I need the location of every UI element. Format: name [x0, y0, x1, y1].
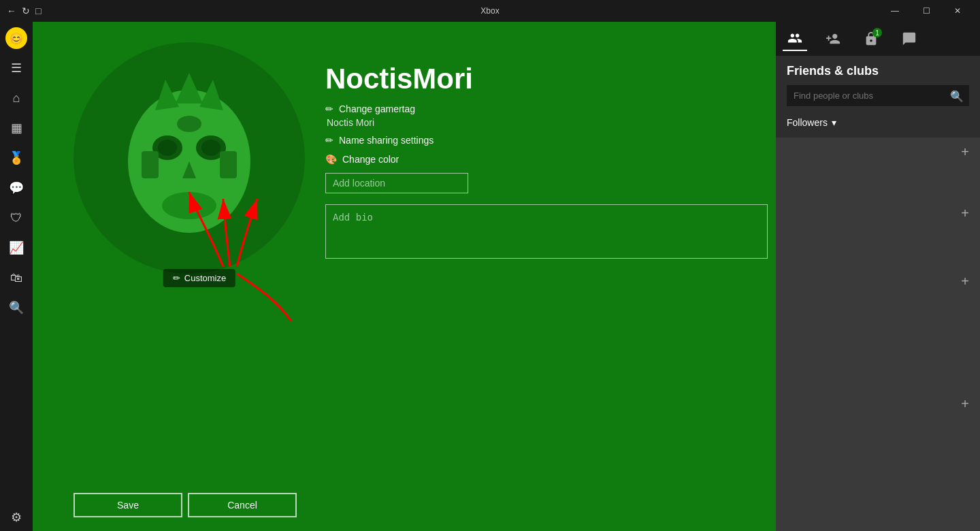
- messages-icon: 💬: [9, 180, 24, 195]
- avatar-emoji: 😊: [10, 32, 23, 45]
- followers-chevron-icon: ▾: [832, 117, 836, 128]
- profile-display-name: Noctis Mori: [325, 117, 776, 128]
- add-button-3[interactable]: +: [961, 274, 969, 289]
- customize-label: Customize: [184, 273, 226, 283]
- titlebar: ← ↻ □ Xbox — ☐ ✕: [0, 0, 980, 22]
- followers-header[interactable]: Followers ▾: [787, 113, 969, 132]
- customize-button[interactable]: ✏ Customize: [163, 269, 235, 287]
- add-button-2[interactable]: +: [961, 206, 969, 221]
- tab-notifications[interactable]: 1: [859, 27, 883, 51]
- avatar-svg: [87, 56, 291, 260]
- profile-info: NoctisMori ✏ Change gamertag Noctis Mori…: [325, 63, 776, 261]
- bottom-buttons: Save Cancel: [74, 493, 297, 517]
- sidebar-item-library[interactable]: ▦: [3, 114, 30, 142]
- right-panel-header: Friends & clubs 🔍 Followers ▾: [776, 56, 980, 138]
- tab-add-friend[interactable]: [821, 27, 845, 51]
- maximize-button[interactable]: ☐: [911, 0, 942, 22]
- sidebar-item-store[interactable]: 🛍: [3, 264, 30, 291]
- followers-content: + + + +: [776, 138, 980, 531]
- app-container: 😊 ☰ ⌂ ▦ 🏅 💬 🛡 📈 🛍 🔍 ⚙: [0, 22, 980, 531]
- search-icon-button[interactable]: 🔍: [950, 89, 964, 102]
- home-icon: ⌂: [13, 91, 20, 106]
- avatar-circle: [74, 42, 305, 274]
- color-icon: 🎨: [325, 154, 337, 165]
- menu-icon: ☰: [11, 61, 22, 76]
- svg-point-10: [162, 192, 216, 219]
- back-icon[interactable]: ←: [7, 5, 16, 16]
- right-panel-title: Friends & clubs: [787, 64, 969, 78]
- profile-gamertag: NoctisMori: [325, 63, 776, 95]
- right-panel-tabs: 1: [776, 22, 980, 56]
- cancel-button[interactable]: Cancel: [188, 493, 297, 517]
- sidebar-item-messages[interactable]: 💬: [3, 174, 30, 202]
- change-color-label: Change color: [342, 154, 399, 165]
- add-button-4[interactable]: +: [961, 396, 969, 412]
- bio-input[interactable]: [325, 204, 768, 259]
- titlebar-left: ← ↻ □: [7, 5, 41, 16]
- search-input[interactable]: [787, 85, 969, 106]
- sidebar-item-achievements[interactable]: 🏅: [3, 144, 30, 172]
- change-gamertag-link[interactable]: ✏ Change gamertag: [325, 103, 776, 114]
- window-title: Xbox: [480, 6, 499, 16]
- name-sharing-label: Name sharing settings: [339, 135, 434, 146]
- avatar[interactable]: 😊: [5, 27, 27, 49]
- sidebar-item-trending[interactable]: 📈: [3, 234, 30, 261]
- main-content: ✏ Customize Noct: [33, 22, 776, 531]
- change-gamertag-pencil-icon: ✏: [325, 103, 333, 114]
- location-input[interactable]: [325, 173, 468, 193]
- achievements-icon: 🏅: [9, 150, 24, 165]
- screenshot-icon[interactable]: □: [35, 5, 41, 16]
- save-button[interactable]: Save: [74, 493, 182, 517]
- customize-pencil-icon: ✏: [173, 273, 180, 283]
- name-sharing-link[interactable]: ✏ Name sharing settings: [325, 135, 776, 146]
- avatar-area: ✏ Customize: [74, 42, 325, 376]
- sidebar-item-home[interactable]: ⌂: [3, 84, 30, 112]
- sidebar-item-menu[interactable]: ☰: [3, 54, 30, 82]
- sidebar: 😊 ☰ ⌂ ▦ 🏅 💬 🛡 📈 🛍 🔍 ⚙: [0, 22, 33, 531]
- window-controls: — ☐ ✕: [879, 0, 973, 22]
- followers-label: Followers: [787, 117, 828, 128]
- name-sharing-icon: ✏: [325, 135, 333, 146]
- settings-icon: ⚙: [11, 510, 22, 525]
- change-gamertag-label: Change gamertag: [339, 103, 415, 114]
- refresh-icon[interactable]: ↻: [22, 5, 30, 16]
- shield-icon: 🛡: [10, 211, 22, 225]
- right-panel: 1 Friends & clubs 🔍 Followers ▾ + +: [776, 22, 980, 531]
- library-icon: ▦: [11, 120, 22, 135]
- search-container: 🔍: [787, 85, 969, 106]
- add-button-1[interactable]: +: [961, 144, 969, 160]
- sidebar-item-settings[interactable]: ⚙: [3, 504, 30, 531]
- sidebar-item-family[interactable]: 🛡: [3, 204, 30, 231]
- search-icon: 🔍: [9, 300, 24, 315]
- svg-point-13: [177, 116, 201, 132]
- svg-rect-12: [220, 151, 237, 178]
- trending-icon: 📈: [9, 240, 24, 255]
- minimize-button[interactable]: —: [879, 0, 911, 22]
- store-icon: 🛍: [10, 271, 22, 285]
- notification-badge: 1: [872, 28, 882, 37]
- change-color-link[interactable]: 🎨 Change color: [325, 154, 776, 165]
- svg-rect-11: [142, 151, 159, 178]
- tab-friends[interactable]: [783, 27, 807, 51]
- tab-chat[interactable]: [897, 27, 921, 51]
- sidebar-item-search[interactable]: 🔍: [3, 294, 30, 321]
- close-button[interactable]: ✕: [942, 0, 973, 22]
- svg-point-8: [201, 140, 220, 156]
- svg-point-7: [158, 140, 177, 156]
